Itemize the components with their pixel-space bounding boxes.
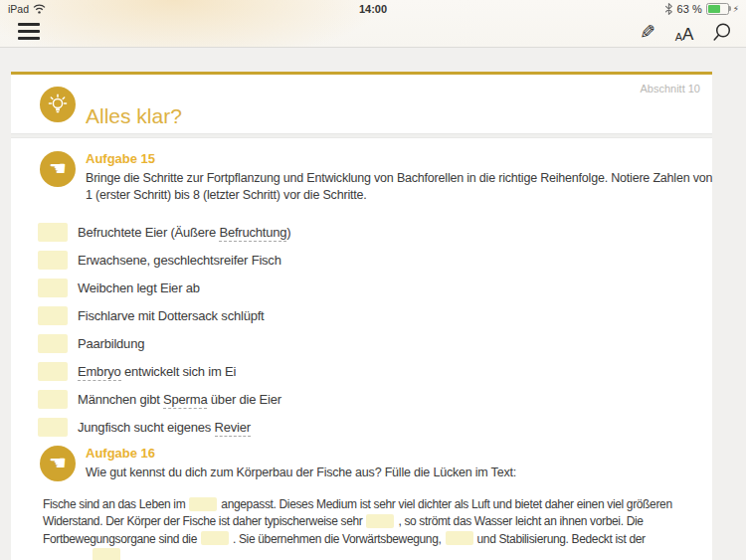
order-list-item: Weibchen legt Eier ab <box>38 279 712 297</box>
order-item-text: Paarbildung <box>78 336 144 351</box>
app-toolbar: iPad 14:00 63 % ⚡ ✎ AA <box>0 0 746 48</box>
section-badge: Abschnitt 10 <box>640 83 700 94</box>
glossary-term[interactable]: Revier <box>215 420 251 437</box>
order-item-label: Männchen gibt Sperma über die Eier <box>78 390 281 409</box>
order-list-item: Befruchtete Eier (Äußere Befruchtung) <box>38 223 712 242</box>
answer-box[interactable] <box>38 418 68 437</box>
order-item-label: Befruchtete Eier (Äußere Befruchtung) <box>78 223 290 242</box>
cloze-blank[interactable] <box>366 514 394 528</box>
order-list: Befruchtete Eier (Äußere Befruchtung)Erw… <box>38 223 712 437</box>
glossary-term[interactable]: Embryo <box>78 364 121 381</box>
hamburger-menu-button[interactable] <box>18 23 40 40</box>
order-list-item: Erwachsene, geschlechtsreifer Fisch <box>38 251 712 270</box>
glossary-term[interactable]: Befruchtung <box>219 225 286 242</box>
order-item-text: Weibchen legt Eier ab <box>78 280 200 295</box>
order-item-text: Fischlarve mit Dottersack schlüpft <box>78 308 265 323</box>
card-header: Alles klar? Abschnitt 10 <box>11 75 712 133</box>
order-list-item: Embryo entwickelt sich im Ei <box>38 362 712 381</box>
order-item-text: entwickelt sich im Ei <box>121 364 237 379</box>
order-list-item: Fischlarve mit Dottersack schlüpft <box>38 306 712 325</box>
content-card: Alles klar? Abschnitt 10 ☚ Aufgabe 15 Br… <box>11 72 712 560</box>
task-15-header: ☚ Aufgabe 15 Bringe die Schritte zur For… <box>38 151 712 204</box>
order-list-item: Männchen gibt Sperma über die Eier <box>38 390 712 409</box>
order-list-item: Jungfisch sucht eigenes Revier <box>38 418 712 437</box>
cloze-text: Fortbewegungsorgane sind die <box>43 532 197 546</box>
page-title: Alles klar? <box>86 104 182 128</box>
charging-bolt-icon: ⚡ <box>733 5 739 14</box>
order-item-label: Weibchen legt Eier ab <box>78 279 200 297</box>
cloze-paragraph: Fische sind an das Leben imangepasst. Di… <box>43 496 715 560</box>
task-16-header: ☚ Aufgabe 16 Wie gut kennst du dich zum … <box>38 446 712 481</box>
cloze-text: Widerstand. Der Körper der Fische ist da… <box>43 514 362 528</box>
clock-label: 14:00 <box>0 3 746 15</box>
order-item-label: Paarbildung <box>78 334 144 353</box>
pointing-hand-icon: ☚ <box>49 453 67 472</box>
search-icon <box>711 22 732 43</box>
battery-percent-label: 63 % <box>677 3 702 15</box>
cloze-text: Fische sind an das Leben im <box>43 497 185 511</box>
task-15-instruction: Bringe die Schritte zur Fortpflanzung un… <box>86 170 722 204</box>
cloze-text: und Stabilisierung. Bedeckt ist der <box>477 532 646 546</box>
pencil-icon: ✎ <box>640 22 655 44</box>
text-size-large-letter: A <box>682 25 693 44</box>
order-item-label: Embryo entwickelt sich im Ei <box>78 362 236 381</box>
pointing-hand-icon: ☚ <box>49 158 67 178</box>
screen: { "status_bar": { "device": "iPad", "tim… <box>0 0 746 560</box>
glossary-term[interactable]: Sperma <box>163 392 207 409</box>
order-item-text: Männchen gibt <box>78 392 163 407</box>
task-16-instruction: Wie gut kennst du dich zum Körperbau der… <box>86 465 722 481</box>
order-item-text: Jungfisch sucht eigenes <box>78 420 215 435</box>
answer-box[interactable] <box>38 223 68 242</box>
battery-icon <box>706 3 729 15</box>
cloze-blank[interactable] <box>93 548 120 560</box>
cloze-text: , so strömt das Wasser leicht an ihnen v… <box>398 514 643 528</box>
cloze-text: angepasst. Dieses Medium ist sehr viel d… <box>221 497 671 511</box>
lightbulb-badge <box>40 87 76 122</box>
answer-box[interactable] <box>38 390 68 409</box>
task-16-label: Aufgabe 16 <box>86 446 712 461</box>
task-16-badge: ☚ <box>40 446 76 481</box>
task-15-badge: ☚ <box>40 151 76 187</box>
order-item-text: ) <box>286 225 290 240</box>
order-item-text: über die Eier <box>207 392 281 407</box>
order-item-text: Erwachsene, geschlechtsreifer Fisch <box>78 253 281 268</box>
cloze-blank[interactable] <box>446 531 473 545</box>
answer-box[interactable] <box>38 279 68 297</box>
lightbulb-icon <box>46 93 70 116</box>
order-item-text: Befruchtete Eier (Äußere <box>78 225 219 240</box>
cloze-blank[interactable] <box>201 531 229 545</box>
annotate-button[interactable]: ✎ <box>637 20 658 44</box>
order-list-item: Paarbildung <box>38 334 712 353</box>
order-item-label: Jungfisch sucht eigenes Revier <box>78 418 251 437</box>
text-size-small-letter: A <box>675 31 682 44</box>
order-item-label: Erwachsene, geschlechtsreifer Fisch <box>78 251 281 270</box>
text-size-button[interactable]: AA <box>673 20 695 44</box>
answer-box[interactable] <box>38 362 68 381</box>
cloze-blank[interactable] <box>189 497 217 511</box>
answer-box[interactable] <box>38 306 68 325</box>
order-item-label: Fischlarve mit Dottersack schlüpft <box>78 306 265 325</box>
task-15-label: Aufgabe 15 <box>86 151 712 166</box>
cloze-text: . Sie übernehmen die Vorwärtsbewegung, <box>233 532 442 546</box>
answer-box[interactable] <box>38 251 68 270</box>
bluetooth-icon <box>664 3 673 15</box>
answer-box[interactable] <box>38 334 68 353</box>
search-button[interactable] <box>710 20 732 44</box>
status-bar: iPad 14:00 63 % ⚡ <box>0 0 746 20</box>
card-body: ☚ Aufgabe 15 Bringe die Schritte zur For… <box>11 138 712 560</box>
